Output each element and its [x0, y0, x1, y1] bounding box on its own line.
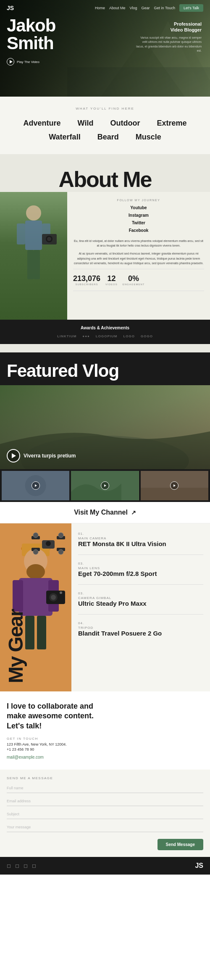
nav-links: Home About Me Vlog Gear Get in Touch Let… — [95, 4, 203, 12]
awards-section: Awards & Achievements LINKTIUM ●●● LOGOP… — [0, 320, 210, 344]
nav-gear[interactable]: Gear — [142, 6, 150, 10]
gear-item-3: 03. CAMERA GIMBAL Ultric Steady Pro Maxx — [78, 591, 203, 615]
form-name-row — [7, 783, 203, 793]
play-circle-icon — [7, 58, 14, 66]
play-video-button[interactable]: Play The Video — [7, 58, 203, 66]
award-3: LOGOPIUM — [96, 334, 118, 338]
hero-professional-title: ProfessionalVideo Blogger — [134, 21, 202, 33]
social-facebook[interactable]: Facebook — [73, 227, 204, 234]
hero-first-name: Jakob — [7, 16, 55, 35]
footer-facebook-icon[interactable]: ◻ — [32, 863, 36, 869]
vlog-thumbnail-2[interactable] — [71, 471, 139, 500]
category-extreme[interactable]: Extreme — [148, 116, 195, 130]
about-body-text-2: At ac ipsum venenatis, ut tincidunt sed … — [73, 251, 204, 265]
visit-channel-section: Visit My Channel ↗ — [0, 502, 210, 523]
vlog-title: Featured Vlog — [7, 361, 203, 381]
svg-rect-9 — [34, 250, 40, 279]
about-section: About Me FOLLOW MY JOURNE — [0, 154, 210, 352]
nav-home[interactable]: Home — [95, 6, 105, 10]
svg-rect-33 — [37, 616, 46, 649]
send-message-button[interactable]: Send Message — [158, 839, 203, 850]
categories-label: WHAT YOU'LL FIND HERE — [8, 107, 202, 110]
gear-item-1-number: 01. — [78, 532, 203, 536]
contact-section: I love to collaborate and make awesome c… — [0, 691, 210, 770]
about-person-image — [0, 192, 67, 320]
about-title: About Me — [0, 167, 210, 192]
category-muscle[interactable]: Muscle — [127, 130, 170, 144]
stat-engagement-number: 0% — [123, 274, 145, 283]
nav-about[interactable]: About Me — [109, 6, 126, 10]
gear-item-2-name: Eget 70-200mm f/2.8 Sport — [78, 570, 203, 578]
gear-item-3-number: 03. — [78, 591, 203, 595]
vlog-play-circle-icon — [7, 449, 20, 462]
svg-point-39 — [33, 533, 38, 538]
svg-point-24 — [26, 564, 45, 579]
stat-videos-number: 12 — [105, 274, 118, 283]
vlog-thumbnail-1[interactable] — [2, 471, 69, 500]
hero-right-content: ProfessionalVideo Blogger Varius suscipi… — [134, 21, 202, 53]
social-youtube[interactable]: Youtube — [73, 204, 204, 212]
form-subject-input[interactable] — [7, 809, 203, 819]
svg-point-43 — [46, 541, 51, 546]
visit-channel-button[interactable]: Visit My Channel ↗ — [74, 509, 136, 516]
vlog-thumbnails — [0, 469, 210, 502]
awards-logos: LINKTIUM ●●● LOGOPIUM LOGO GOGO — [7, 334, 203, 338]
category-beard[interactable]: Beard — [89, 130, 127, 144]
stat-engagement: 0% ENGAGEMENT — [123, 274, 145, 286]
stat-subscribers: 213,076 SUBSCRIBERS — [73, 274, 100, 286]
about-text-column: FOLLOW MY JOURNEY Youtube Instagram Twit… — [67, 192, 210, 320]
gear-item-2: 03. MAIN LENS Eget 70-200mm f/2.8 Sport — [78, 562, 203, 585]
nav-vlog[interactable]: Vlog — [130, 6, 137, 10]
vlog-thumb-play-3 — [170, 481, 178, 490]
vlog-thumb-play-tri-2 — [104, 484, 106, 487]
nav-cta-button[interactable]: Let's Talk — [179, 4, 203, 12]
nav-contact[interactable]: Get in Touch — [154, 6, 175, 10]
gear-item-1-name: RET Monsta 8K II Ultra Vision — [78, 540, 203, 548]
hero-description: Varius suscipit elit vitae arcu, magna i… — [134, 36, 202, 53]
gear-inner: My Gear 01. MAIN CAMERA RET Monsta 8K II… — [0, 523, 210, 691]
gear-items-column: 01. MAIN CAMERA RET Monsta 8K II Ultra V… — [71, 523, 210, 691]
stat-subscribers-number: 213,076 — [73, 274, 100, 283]
stats-row: 213,076 SUBSCRIBERS 12 VIDEOS 0% ENGAGEM… — [73, 269, 204, 291]
footer-twitter-icon[interactable]: ◻ — [15, 863, 19, 869]
vlog-thumb-play-1 — [32, 481, 40, 490]
gear-section: My Gear 01. MAIN CAMERA RET Monsta 8K II… — [0, 523, 210, 691]
stat-videos-label: VIDEOS — [105, 283, 118, 286]
category-wild[interactable]: Wild — [69, 116, 102, 130]
vlog-thumbnail-3[interactable] — [141, 471, 208, 500]
vlog-main-video[interactable]: Viverra turpis pretium — [0, 385, 210, 469]
footer-youtube-icon[interactable]: ◻ — [24, 863, 28, 869]
svg-point-12 — [47, 237, 51, 241]
svg-point-30 — [51, 595, 56, 600]
about-content: FOLLOW MY JOURNEY Youtube Instagram Twit… — [0, 192, 210, 320]
play-triangle-icon — [10, 60, 13, 63]
form-message-input[interactable] — [7, 822, 203, 832]
vlog-play-button[interactable]: Viverra turpis pretium — [7, 449, 76, 462]
stat-videos: 12 VIDEOS — [105, 274, 118, 286]
contact-email-link[interactable]: mail@example.com — [7, 755, 203, 759]
social-twitter[interactable]: Twitter — [73, 219, 204, 227]
form-section-label: SEND ME A MESSAGE — [7, 776, 203, 780]
stat-engagement-label: ENGAGEMENT — [123, 283, 145, 286]
person-silhouette — [0, 192, 67, 320]
awards-title: Awards & Achievements — [7, 326, 203, 330]
navigation: JS Home About Me Vlog Gear Get in Touch … — [0, 0, 210, 16]
social-instagram[interactable]: Instagram — [73, 212, 204, 219]
external-link-icon: ↗ — [131, 509, 136, 516]
follow-label: FOLLOW MY JOURNEY — [73, 199, 204, 202]
form-name-input[interactable] — [7, 783, 203, 793]
vlog-video-title: Viverra turpis pretium — [24, 453, 76, 459]
nav-logo[interactable]: JS — [7, 5, 14, 11]
vlog-title-area: Featured Vlog — [0, 352, 210, 385]
form-subject-row — [7, 809, 203, 819]
categories-grid: Adventure Wild Outdoor Extreme Waterfall… — [8, 116, 202, 144]
category-waterfall[interactable]: Waterfall — [40, 130, 89, 144]
category-outdoor[interactable]: Outdoor — [102, 116, 148, 130]
gear-item-3-name: Ultric Steady Pro Maxx — [78, 600, 203, 607]
form-email-input[interactable] — [7, 796, 203, 806]
vlog-thumb-play-tri-3 — [173, 484, 176, 487]
category-adventure[interactable]: Adventure — [15, 116, 69, 130]
gear-item-4-category: TRIPOD — [78, 626, 203, 630]
gear-item-1: 01. MAIN CAMERA RET Monsta 8K II Ultra V… — [78, 532, 203, 555]
footer-instagram-icon[interactable]: ◻ — [7, 863, 11, 869]
